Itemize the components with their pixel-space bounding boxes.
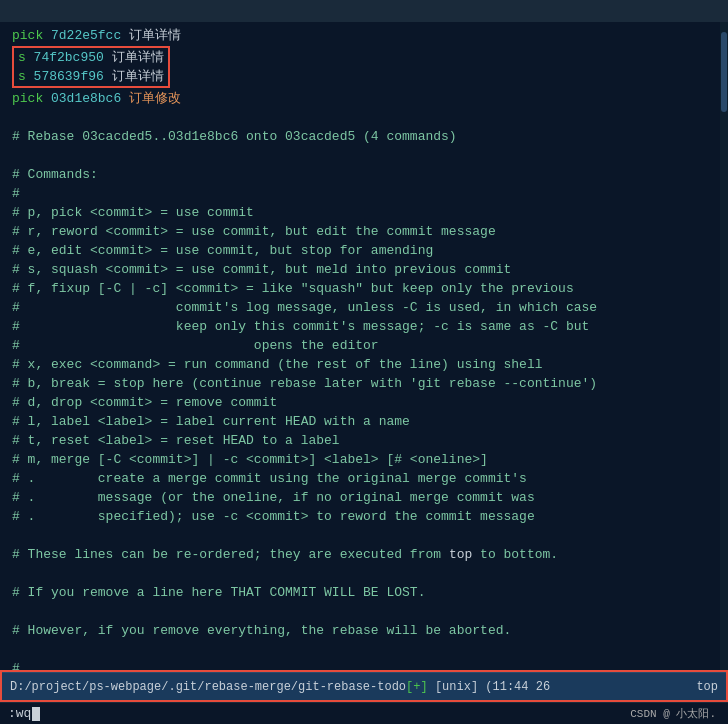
keyword-pick-2: pick — [12, 89, 51, 108]
hash-3: 578639f96 — [34, 67, 104, 86]
code-line-25: # . message (or the oneline, if no origi… — [12, 488, 712, 507]
hash-4: 03d1e8bc6 — [51, 89, 121, 108]
desc-1: 订单详情 — [121, 26, 181, 45]
code-line-13: # s, squash <commit> = use commit, but m… — [12, 260, 712, 279]
scrollbar[interactable] — [720, 22, 728, 670]
scroll-thumb[interactable] — [721, 32, 727, 112]
comment-13: # s, squash <commit> = use commit, but m… — [12, 260, 511, 279]
comment-18: # x, exec <command> = run command (the r… — [12, 355, 543, 374]
code-line-9: # — [12, 184, 712, 203]
code-line-29 — [12, 564, 712, 583]
hash-1: 7d22e5fcc — [51, 26, 121, 45]
comment-21: # l, label <label> = label current HEAD … — [12, 412, 410, 431]
comment-28c: to bottom. — [472, 545, 558, 564]
content-area: pick 7d22e5fcc 订单详情 s 74f2bc950 订单详情 s 5… — [0, 22, 728, 670]
cursor-block — [32, 707, 40, 721]
desc-3: 订单详情 — [104, 67, 164, 86]
comment-26: # . specified); use -c <commit> to rewor… — [12, 507, 535, 526]
comment-25: # . message (or the oneline, if no origi… — [12, 488, 535, 507]
code-line-27 — [12, 526, 712, 545]
code-line-18: # x, exec <command> = run command (the r… — [12, 355, 712, 374]
code-line-12: # e, edit <commit> = use commit, but sto… — [12, 241, 712, 260]
code-line-28: # These lines can be re-ordered; they ar… — [12, 545, 712, 564]
top-bar — [0, 0, 728, 22]
comment-32: # However, if you remove everything, the… — [12, 621, 511, 640]
comment-30: # If you remove a line here THAT COMMIT … — [12, 583, 425, 602]
comment-6: # Rebase 03cacded5..03d1e8bc6 onto 03cac… — [12, 127, 457, 146]
bottom-right-label: CSDN @ 小太阳. — [630, 706, 720, 721]
comment-24: # . create a merge commit using the orig… — [12, 469, 527, 488]
statusbar: D:/project/ps-webpage/.git/rebase-merge/… — [2, 672, 726, 700]
hash-2: 74f2bc950 — [34, 48, 104, 67]
keyword-s-1: s — [18, 48, 34, 67]
comment-11: # r, reword <commit> = use commit, but e… — [12, 222, 496, 241]
comment-8: # Commands: — [12, 165, 98, 184]
code-line-33 — [12, 640, 712, 659]
comment-10: # p, pick <commit> = use commit — [12, 203, 254, 222]
code-line-11: # r, reword <commit> = use commit, but e… — [12, 222, 712, 241]
code-line-17: # opens the editor — [12, 336, 712, 355]
code-line-31 — [12, 602, 712, 621]
code-line-26: # . specified); use -c <commit> to rewor… — [12, 507, 712, 526]
comment-28: # These lines can be re-ordered; they ar… — [12, 545, 449, 564]
comment-34: # — [12, 659, 20, 670]
comment-12: # e, edit <commit> = use commit, but sto… — [12, 241, 433, 260]
code-line-10: # p, pick <commit> = use commit — [12, 203, 712, 222]
status-path: D:/project/ps-webpage/.git/rebase-merge/… — [10, 680, 406, 694]
status-modifier: [+] — [406, 680, 428, 694]
code-line-15: # commit's log message, unless -C is use… — [12, 298, 712, 317]
statusbar-wrapper: D:/project/ps-webpage/.git/rebase-merge/… — [0, 670, 728, 702]
code-line-24: # . create a merge commit using the orig… — [12, 469, 712, 488]
code-line-7 — [12, 146, 712, 165]
code-line-32: # However, if you remove everything, the… — [12, 621, 712, 640]
vim-cmd-text: :wq — [8, 706, 31, 721]
vim-cmdline[interactable]: :wq CSDN @ 小太阳. — [0, 702, 728, 724]
comment-22: # t, reset <label> = reset HEAD to a lab… — [12, 431, 340, 450]
keyword-s-2: s — [18, 67, 34, 86]
code-line-16: # keep only this commit's message; -c is… — [12, 317, 712, 336]
comment-15: # commit's log message, unless -C is use… — [12, 298, 597, 317]
code-line-30: # If you remove a line here THAT COMMIT … — [12, 583, 712, 602]
editor-container: pick 7d22e5fcc 订单详情 s 74f2bc950 订单详情 s 5… — [0, 0, 728, 724]
desc-4: 订单修改 — [121, 89, 181, 108]
code-line-4: pick 03d1e8bc6 订单修改 — [12, 89, 712, 108]
comment-28b: top — [449, 545, 472, 564]
comment-20: # d, drop <commit> = remove commit — [12, 393, 277, 412]
code-line-19: # b, break = stop here (continue rebase … — [12, 374, 712, 393]
code-line-21: # l, label <label> = label current HEAD … — [12, 412, 712, 431]
code-line-6: # Rebase 03cacded5..03d1e8bc6 onto 03cac… — [12, 127, 712, 146]
comment-23: # m, merge [-C <commit>] | -c <commit>] … — [12, 450, 488, 469]
code-line-3: s 578639f96 订单详情 — [14, 67, 168, 86]
code-line-34: # — [12, 659, 712, 670]
comment-16: # keep only this commit's message; -c is… — [12, 317, 589, 336]
code-line-23: # m, merge [-C <commit>] | -c <commit>] … — [12, 450, 712, 469]
status-time: (11:44 26 — [485, 680, 550, 694]
status-top: top — [696, 680, 718, 694]
status-format: [unix] — [428, 680, 486, 694]
code-line-5 — [12, 108, 712, 127]
highlighted-block: s 74f2bc950 订单详情 s 578639f96 订单详情 — [12, 46, 170, 88]
comment-14: # f, fixup [-C | -c] <commit> = like "sq… — [12, 279, 574, 298]
comment-9: # — [12, 184, 20, 203]
code-line-14: # f, fixup [-C | -c] <commit> = like "sq… — [12, 279, 712, 298]
code-line-20: # d, drop <commit> = remove commit — [12, 393, 712, 412]
code-line-2: s 74f2bc950 订单详情 — [14, 48, 168, 67]
keyword-pick: pick — [12, 26, 51, 45]
desc-2: 订单详情 — [104, 48, 164, 67]
code-line-1: pick 7d22e5fcc 订单详情 — [12, 26, 712, 45]
code-line-8: # Commands: — [12, 165, 712, 184]
code-line-22: # t, reset <label> = reset HEAD to a lab… — [12, 431, 712, 450]
comment-17: # opens the editor — [12, 336, 379, 355]
comment-19: # b, break = stop here (continue rebase … — [12, 374, 597, 393]
code-content[interactable]: pick 7d22e5fcc 订单详情 s 74f2bc950 订单详情 s 5… — [0, 22, 720, 670]
